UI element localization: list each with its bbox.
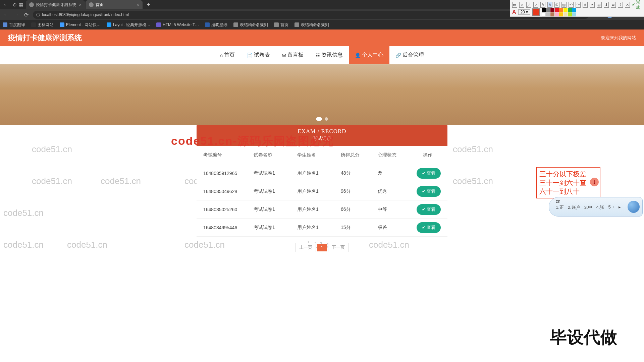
check-icon: ✔ xyxy=(422,171,425,176)
done-button[interactable]: ✔ 完成 xyxy=(632,0,642,10)
view-button[interactable]: ✔查看 xyxy=(417,186,441,197)
browser-tab[interactable]: 首页 × xyxy=(86,0,143,9)
bookmark-item[interactable]: 表结构命名规则 xyxy=(233,22,268,28)
cell-paper: 考试试卷1 xyxy=(254,225,297,231)
carousel-dots[interactable] xyxy=(316,117,328,121)
back-button[interactable]: ← xyxy=(3,12,9,18)
blur-tool-icon[interactable]: ▨ xyxy=(561,2,567,8)
bookmark-item[interactable]: 百度翻译 xyxy=(3,22,25,28)
ime-candidate[interactable]: 2.账户 xyxy=(568,204,580,210)
page-number[interactable]: 1 xyxy=(317,244,326,251)
bookmark-icon xyxy=(274,22,279,27)
carousel-dot[interactable] xyxy=(325,117,328,121)
cell-paper: 考试试卷1 xyxy=(254,206,297,213)
color-palette[interactable] xyxy=(542,8,576,16)
redo-icon[interactable]: ↷ xyxy=(576,2,581,8)
tab-title: 首页 xyxy=(96,2,104,8)
cell-state: 差 xyxy=(378,170,415,176)
site-header: 疫情打卡健康评测系统 欢迎来到我的网站 xyxy=(0,29,644,46)
forward-button[interactable]: → xyxy=(13,12,19,18)
undo-icon[interactable]: ↶ xyxy=(569,2,574,8)
table-row: 1648034995446 考试试卷1 用户姓名1 15分 极差 ✔查看 xyxy=(197,219,447,237)
view-button[interactable]: ✔查看 xyxy=(417,222,441,233)
col-header: 试卷名称 xyxy=(254,152,297,158)
main-nav: ⌂首页 📄试卷表 ✉留言板 ☷资讯信息 👤个人中心 🔗后台管理 xyxy=(0,46,644,64)
nav-papers[interactable]: 📄试卷表 xyxy=(241,46,276,64)
ime-candidate[interactable]: 1.正 xyxy=(556,204,564,210)
mosaic-tool-icon[interactable]: ❄ xyxy=(583,2,588,8)
tab-title: 疫情打卡健康评测系统 xyxy=(36,2,76,8)
nav-news[interactable]: ☷资讯信息 xyxy=(310,46,349,64)
bookmark-item[interactable]: Layui - 经典开源模… xyxy=(107,22,150,28)
download-icon[interactable]: ⬇ xyxy=(604,2,609,8)
current-color-swatch[interactable] xyxy=(532,8,540,16)
number-tool-icon[interactable]: ① xyxy=(554,2,559,8)
bookmark-item[interactable]: Element - 网站快… xyxy=(60,22,101,28)
ime-candidate-bar[interactable]: zh 1.正 2.账户 3.中 4.张 5 + ▸ xyxy=(549,197,643,217)
annotation-line: 三十分以下极差 xyxy=(539,170,597,178)
share-icon[interactable]: ⇪ xyxy=(618,2,623,8)
rect-tool-icon[interactable]: ▭ xyxy=(512,2,517,8)
favicon-icon xyxy=(89,2,94,7)
ime-candidate[interactable]: 5 + xyxy=(608,204,614,210)
table-row: 1648035912965 考试试卷1 用户姓名1 48分 差 ✔查看 xyxy=(197,164,447,182)
bookmark-item[interactable]: 搜狗壁纸 xyxy=(205,22,227,28)
cell-score: 66分 xyxy=(341,206,378,213)
check-icon: ✔ xyxy=(422,225,425,230)
site-title: 疫情打卡健康评测系统 xyxy=(8,33,82,43)
cell-state: 极差 xyxy=(378,225,415,231)
prev-page-button[interactable]: 上一页 xyxy=(296,243,316,252)
nav-profile[interactable]: 👤个人中心 xyxy=(349,46,389,64)
circle-tool-icon[interactable]: ○ xyxy=(519,2,524,8)
favicon-icon xyxy=(29,2,34,7)
url-input[interactable]: ⓘ localhost:8080/yiqingdakapingce/front/… xyxy=(33,11,589,19)
col-header: 考试编号 xyxy=(203,152,254,158)
annotation-toolbar: ▭ ○ ／ ↗ ✎ A ① ▨ ↶ ↷ ❄ ✶ ◎ ⬇ ⧉ ⇪ ✕ ✔ 完成 A… xyxy=(510,0,644,17)
new-tab-button[interactable]: + xyxy=(143,1,154,8)
carousel-dot[interactable] xyxy=(316,117,322,121)
check-icon: ✔ xyxy=(422,189,425,194)
ime-candidate[interactable]: 3.中 xyxy=(584,204,592,210)
browser-tab[interactable]: 疫情打卡健康评测系统 × xyxy=(26,0,85,9)
ime-more-icon[interactable]: ▸ xyxy=(619,204,621,210)
next-page-button[interactable]: 下一页 xyxy=(328,243,348,252)
star-tool-icon[interactable]: ✶ xyxy=(590,2,595,8)
font-label-icon: A xyxy=(512,9,516,15)
table-row: 1648035025260 考试试卷1 用户姓名1 66分 中等 ✔查看 xyxy=(197,200,447,219)
cell-score: 96分 xyxy=(341,188,378,194)
cell-student: 用户姓名1 xyxy=(297,170,341,176)
bookmark-icon xyxy=(107,22,111,27)
col-header: 心理状态 xyxy=(378,152,415,158)
close-icon[interactable]: × xyxy=(76,2,82,7)
ime-candidate[interactable]: 4.张 xyxy=(596,204,604,210)
arrow-tool-icon[interactable]: ↗ xyxy=(533,2,538,8)
bookmark-item[interactable]: 表结构命名规则 xyxy=(294,22,329,28)
cell-student: 用户姓名1 xyxy=(297,206,341,213)
bookmark-icon xyxy=(233,22,238,27)
close-tool-icon[interactable]: ✕ xyxy=(625,2,630,8)
message-icon: ✉ xyxy=(282,53,286,58)
bookmark-icon xyxy=(31,22,36,27)
reload-button[interactable]: ⟳ xyxy=(23,12,30,18)
bookmark-item[interactable]: HTML5 Website T… xyxy=(156,22,199,27)
nav-admin[interactable]: 🔗后台管理 xyxy=(389,46,430,64)
window-menu[interactable]: ⟵⊙▦ xyxy=(1,2,26,7)
ime-candidates[interactable]: 1.正 2.账户 3.中 4.张 5 + ▸ xyxy=(556,204,626,210)
bookmark-item[interactable]: 图标网站 xyxy=(31,22,54,28)
nav-home[interactable]: ⌂首页 xyxy=(214,46,241,64)
table-row: 1648035049628 考试试卷1 用户姓名1 96分 优秀 ✔查看 xyxy=(197,182,447,200)
brush-tool-icon[interactable]: ✎ xyxy=(540,2,545,8)
view-button[interactable]: ✔查看 xyxy=(417,204,441,215)
view-button[interactable]: ✔查看 xyxy=(417,168,441,179)
text-tool-icon[interactable]: A xyxy=(547,2,552,8)
close-icon[interactable]: × xyxy=(134,2,139,7)
hero-banner xyxy=(0,64,644,125)
copy-icon[interactable]: ⧉ xyxy=(611,2,616,8)
watermark-big: code51.cn-源码乐园盗图必究 xyxy=(171,133,334,149)
font-size-input[interactable]: 20 ▾ xyxy=(518,9,531,15)
line-tool-icon[interactable]: ／ xyxy=(526,2,531,8)
nav-messages[interactable]: ✉留言板 xyxy=(276,46,310,64)
pin-tool-icon[interactable]: ◎ xyxy=(597,2,602,8)
col-header: 操作 xyxy=(415,152,441,158)
bookmark-item[interactable]: 首页 xyxy=(274,22,288,28)
